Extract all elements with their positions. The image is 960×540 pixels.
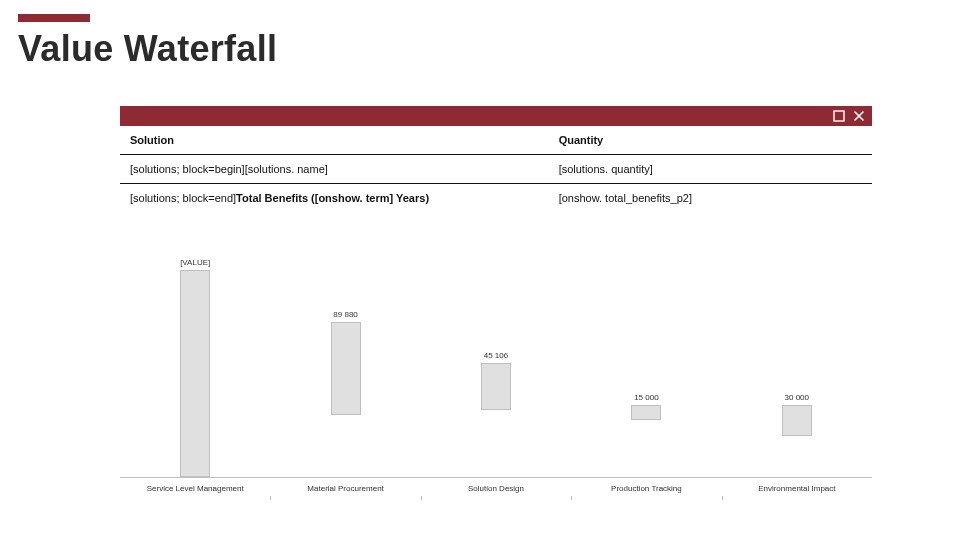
page-title: Value Waterfall (18, 28, 942, 70)
category-label: Material Procurement (270, 478, 420, 500)
waterfall-bar (180, 270, 210, 477)
bar-value-label: 15 000 (634, 393, 658, 402)
svg-rect-0 (834, 111, 844, 121)
bar-value-label: 30 000 (785, 393, 809, 402)
waterfall-bar (481, 363, 511, 410)
table-row: [solutions; block=begin][solutions. name… (120, 155, 872, 184)
fullscreen-icon[interactable] (832, 109, 846, 123)
chart-lane: 30 000 (722, 270, 872, 477)
footer-prefix: [solutions; block=end] (130, 192, 236, 204)
chart-lane: 45 106 (421, 270, 571, 477)
waterfall-chart: Service Level ManagementMaterial Procure… (120, 270, 872, 500)
table-panel: Solution Quantity [solutions; block=begi… (120, 106, 872, 212)
table-header-band (120, 106, 872, 126)
category-label: Environmental Impact (722, 478, 872, 500)
footer-label: Total Benefits ([onshow. term] Years) (236, 192, 429, 204)
waterfall-bar (782, 405, 812, 436)
category-label: Production Tracking (571, 478, 721, 500)
category-row: Service Level ManagementMaterial Procure… (120, 478, 872, 500)
th-quantity: Quantity (549, 126, 872, 155)
bar-value-label: 45 106 (484, 351, 508, 360)
waterfall-bar (631, 405, 661, 421)
category-label: Solution Design (421, 478, 571, 500)
category-label: Service Level Management (120, 478, 270, 500)
cell-solution-name: [solutions; block=begin][solutions. name… (120, 155, 549, 184)
chart-lane: [VALUE] (120, 270, 270, 477)
cell-total-label: [solutions; block=end]Total Benefits ([o… (120, 184, 549, 213)
cell-total-value: [onshow. total_benefits_p2] (549, 184, 872, 213)
chart-lane: 15 000 (571, 270, 721, 477)
table-footer-row: [solutions; block=end]Total Benefits ([o… (120, 184, 872, 213)
solutions-table: Solution Quantity [solutions; block=begi… (120, 126, 872, 212)
chart-lane: 89 880 (270, 270, 420, 477)
accent-bar (18, 14, 90, 22)
th-solution: Solution (120, 126, 549, 155)
close-icon[interactable] (852, 109, 866, 123)
cell-solution-qty: [solutions. quantity] (549, 155, 872, 184)
bar-value-label: 89 880 (333, 310, 357, 319)
bar-value-label: [VALUE] (180, 258, 210, 267)
waterfall-bar (331, 322, 361, 415)
